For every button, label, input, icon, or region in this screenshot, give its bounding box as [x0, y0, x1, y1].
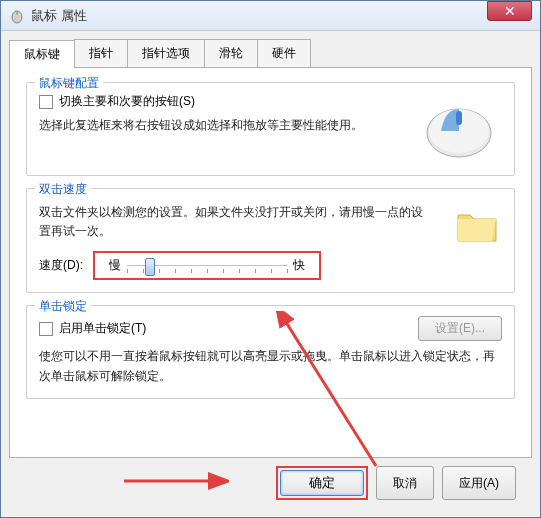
- svg-rect-4: [456, 111, 462, 125]
- slider-fast-label: 快: [287, 257, 311, 274]
- ok-highlight: 确定: [276, 466, 368, 500]
- enable-clicklock-label: 启用单击锁定(T): [59, 320, 146, 337]
- apply-button[interactable]: 应用(A): [442, 466, 516, 500]
- tab-panel-buttons: 鼠标键配置 切换主要和次要的按钮(S) 选择此复选框来将右按钮设成如选择和拖放等…: [9, 68, 532, 458]
- enable-clicklock-checkbox[interactable]: [39, 322, 53, 336]
- group-clicklock-title: 单击锁定: [35, 298, 91, 315]
- tab-wheel[interactable]: 滑轮: [204, 39, 258, 67]
- dialog-body: 鼠标键 指针 指针选项 滑轮 硬件 鼠标键配置 切换主要和次要的按钮(S) 选择…: [1, 31, 540, 508]
- switch-buttons-label: 切换主要和次要的按钮(S): [59, 93, 195, 110]
- folder-test-icon[interactable]: [452, 199, 502, 249]
- speed-label: 速度(D):: [39, 257, 83, 274]
- group-button-config: 鼠标键配置 切换主要和次要的按钮(S) 选择此复选框来将右按钮设成如选择和拖放等…: [26, 82, 515, 176]
- switch-buttons-checkbox[interactable]: [39, 95, 53, 109]
- group-double-click: 双击速度 双击文件夹以检测您的设置。如果文件夹没打开或关闭，请用慢一点的设置再试…: [26, 188, 515, 293]
- clicklock-desc: 使您可以不用一直按着鼠标按钮就可以高亮显示或拖曳。单击鼠标以进入锁定状态，再次单…: [39, 347, 502, 385]
- tab-pointers[interactable]: 指针: [74, 39, 128, 67]
- cancel-button[interactable]: 取消: [376, 466, 434, 500]
- mouse-icon: [9, 8, 25, 24]
- tab-hardware[interactable]: 硬件: [257, 39, 311, 67]
- slider-slow-label: 慢: [103, 257, 127, 274]
- switch-buttons-desc: 选择此复选框来将右按钮设成如选择和拖放等主要性能使用。: [39, 116, 409, 135]
- group-button-config-title: 鼠标键配置: [35, 75, 103, 92]
- clicklock-settings-button[interactable]: 设置(E)...: [418, 316, 502, 341]
- dblclick-desc: 双击文件夹以检测您的设置。如果文件夹没打开或关闭，请用慢一点的设置再试一次。: [39, 203, 432, 241]
- titlebar[interactable]: 鼠标 属性 ✕: [1, 1, 540, 31]
- tab-strip: 鼠标键 指针 指针选项 滑轮 硬件: [9, 39, 532, 68]
- tab-buttons[interactable]: 鼠标键: [9, 40, 75, 68]
- dialog-button-row: 确定 取消 应用(A): [9, 458, 532, 500]
- group-dblclick-title: 双击速度: [35, 181, 91, 198]
- ok-button[interactable]: 确定: [280, 470, 364, 496]
- tab-pointer-options[interactable]: 指针选项: [127, 39, 205, 67]
- close-button[interactable]: ✕: [487, 1, 532, 21]
- speed-slider[interactable]: [127, 258, 287, 274]
- slider-highlight: 慢 快: [93, 251, 321, 280]
- mouse-properties-dialog: 鼠标 属性 ✕ 鼠标键 指针 指针选项 滑轮 硬件 鼠标键配置 切换主要和次要的…: [0, 0, 541, 518]
- mouse-illustration: [417, 93, 502, 163]
- slider-thumb[interactable]: [145, 258, 155, 276]
- group-click-lock: 单击锁定 启用单击锁定(T) 设置(E)... 使您可以不用一直按着鼠标按钮就可…: [26, 305, 515, 398]
- window-title: 鼠标 属性: [31, 7, 487, 25]
